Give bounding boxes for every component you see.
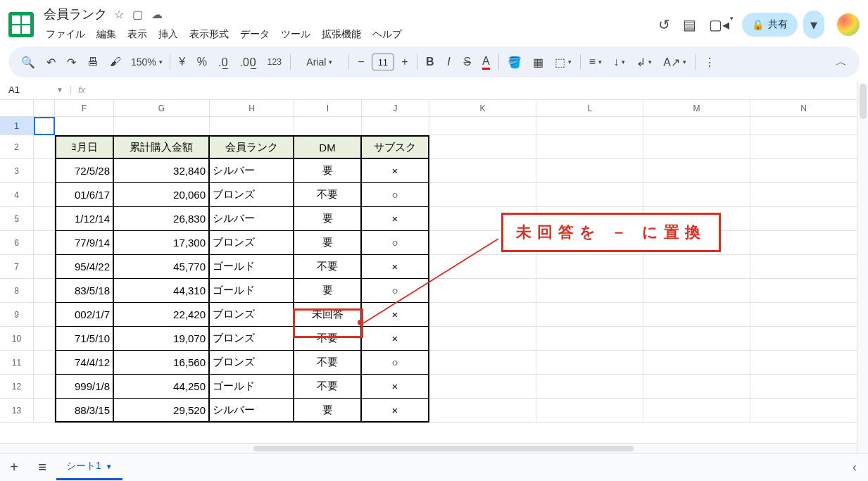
- cell[interactable]: ブロンズ: [210, 351, 294, 375]
- cell[interactable]: [536, 399, 643, 423]
- cell[interactable]: ブロンズ: [210, 183, 294, 207]
- row-header[interactable]: 3: [0, 159, 34, 183]
- col-header-H[interactable]: H: [210, 100, 294, 116]
- cell[interactable]: [536, 327, 643, 351]
- zoom-select[interactable]: 150%: [128, 56, 165, 68]
- borders-icon[interactable]: ▦: [529, 51, 548, 73]
- rotate-icon[interactable]: A↗: [659, 51, 691, 73]
- cell[interactable]: [536, 159, 643, 183]
- row-header[interactable]: 1: [0, 117, 34, 135]
- cell[interactable]: 不要: [294, 327, 362, 351]
- cell[interactable]: [643, 279, 750, 303]
- fill-color-icon[interactable]: 🪣: [503, 51, 526, 73]
- doc-title[interactable]: 会員ランク: [44, 6, 107, 23]
- cell[interactable]: [429, 117, 536, 135]
- cell[interactable]: ○: [362, 183, 429, 207]
- cell[interactable]: 不要: [294, 183, 362, 207]
- cell[interactable]: 01/6/17: [55, 183, 114, 207]
- cell[interactable]: 要: [294, 231, 362, 255]
- cell[interactable]: [750, 255, 857, 279]
- cell[interactable]: ×: [362, 399, 429, 423]
- sheets-logo[interactable]: [8, 12, 34, 37]
- cell[interactable]: [643, 327, 750, 351]
- wrap-icon[interactable]: ↲: [632, 51, 656, 73]
- cell[interactable]: [750, 279, 857, 303]
- share-button[interactable]: 🔒 共有: [742, 13, 798, 37]
- cell[interactable]: ゴールド: [210, 279, 294, 303]
- sheet-tab-1[interactable]: シート1 ▼: [56, 454, 122, 480]
- cell[interactable]: [643, 159, 750, 183]
- col-header-N[interactable]: N: [750, 100, 857, 116]
- row-header[interactable]: 9: [0, 303, 34, 327]
- add-sheet-button[interactable]: +: [0, 459, 28, 475]
- cell[interactable]: [750, 135, 857, 159]
- cell[interactable]: ○: [362, 231, 429, 255]
- cell[interactable]: 77/9/14: [55, 231, 114, 255]
- halign-icon[interactable]: ≡: [585, 51, 606, 73]
- row-header[interactable]: 5: [0, 207, 34, 231]
- cell[interactable]: 累計購入金額: [114, 135, 210, 159]
- cell[interactable]: [750, 303, 857, 327]
- cell[interactable]: [750, 231, 857, 255]
- cell[interactable]: [536, 279, 643, 303]
- move-icon[interactable]: ▢: [132, 8, 143, 21]
- cell[interactable]: [34, 399, 55, 423]
- redo-icon[interactable]: ↷: [63, 51, 80, 73]
- name-box[interactable]: A1: [6, 83, 54, 96]
- cell[interactable]: [643, 399, 750, 423]
- horizontal-scrollbar[interactable]: [0, 443, 857, 453]
- cell[interactable]: [34, 231, 55, 255]
- cell[interactable]: [536, 183, 643, 207]
- cell[interactable]: 95/4/22: [55, 255, 114, 279]
- more-icon[interactable]: ⋮: [700, 51, 719, 73]
- cell[interactable]: [643, 255, 750, 279]
- cell[interactable]: ブロンズ: [210, 303, 294, 327]
- cell[interactable]: [210, 117, 294, 135]
- cell[interactable]: ×: [362, 207, 429, 231]
- cell[interactable]: 要: [294, 159, 362, 183]
- cell[interactable]: 19,070: [114, 327, 210, 351]
- cell[interactable]: ブロンズ: [210, 231, 294, 255]
- cell[interactable]: 20,060: [114, 183, 210, 207]
- cell[interactable]: [536, 135, 643, 159]
- cell[interactable]: [643, 351, 750, 375]
- cell[interactable]: ﾖ月日: [55, 135, 114, 159]
- cell[interactable]: [536, 375, 643, 399]
- cell[interactable]: [643, 375, 750, 399]
- cell[interactable]: 会員ランク: [210, 135, 294, 159]
- name-box-dropdown[interactable]: ▼: [54, 86, 71, 94]
- cell[interactable]: [34, 327, 55, 351]
- row-header[interactable]: 13: [0, 399, 34, 423]
- cell[interactable]: 不要: [294, 351, 362, 375]
- cell[interactable]: 22,420: [114, 303, 210, 327]
- cell[interactable]: 44,310: [114, 279, 210, 303]
- cell[interactable]: [429, 351, 536, 375]
- row-header[interactable]: 10: [0, 327, 34, 351]
- all-sheets-button[interactable]: ≡: [28, 459, 56, 475]
- cell[interactable]: ×: [362, 255, 429, 279]
- menu-file[interactable]: ファイル: [41, 25, 90, 44]
- cell[interactable]: [750, 183, 857, 207]
- col-header-I[interactable]: I: [294, 100, 362, 116]
- cell[interactable]: [750, 351, 857, 375]
- cell[interactable]: 999/1/8: [55, 375, 114, 399]
- cell[interactable]: 不要: [294, 255, 362, 279]
- bold-icon[interactable]: B: [422, 51, 439, 73]
- italic-icon[interactable]: I: [441, 51, 456, 73]
- cell[interactable]: [750, 159, 857, 183]
- cell[interactable]: [750, 375, 857, 399]
- cell[interactable]: ○: [362, 351, 429, 375]
- increase-font-icon[interactable]: +: [397, 51, 413, 73]
- menu-help[interactable]: ヘルプ: [367, 25, 407, 44]
- col-header-J[interactable]: J: [362, 100, 429, 116]
- cell[interactable]: [34, 207, 55, 231]
- search-icon[interactable]: 🔍: [17, 51, 39, 73]
- row-header[interactable]: 4: [0, 183, 34, 207]
- col-header-blank[interactable]: [34, 100, 55, 116]
- row-header[interactable]: 12: [0, 375, 34, 399]
- col-header-L[interactable]: L: [536, 100, 643, 116]
- cell[interactable]: [34, 159, 55, 183]
- spreadsheet-grid[interactable]: FGHIJKLMN 12ﾖ月日累計購入金額会員ランクDMサブスク372/5/28…: [0, 100, 868, 472]
- row-header[interactable]: 11: [0, 351, 34, 375]
- print-icon[interactable]: 🖶: [83, 51, 103, 73]
